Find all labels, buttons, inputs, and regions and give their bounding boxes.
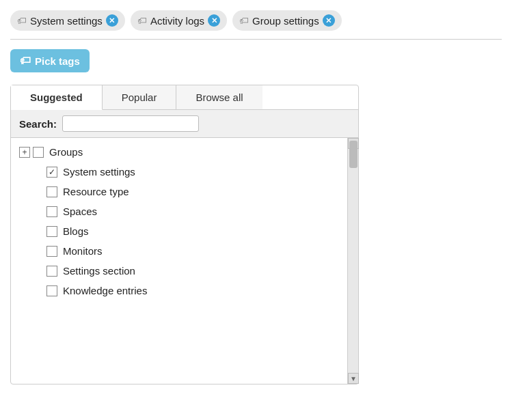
- tag-label: System settings: [30, 15, 103, 27]
- search-label: Search:: [19, 118, 57, 130]
- checkbox-knowledge-entries[interactable]: [46, 285, 57, 296]
- list-item-label-monitors: Monitors: [63, 245, 103, 257]
- tags-row: 🏷 System settings ✕ 🏷 Activity logs ✕ 🏷 …: [10, 10, 502, 31]
- checkbox-spaces[interactable]: [46, 206, 57, 217]
- list-item-label-blogs: Blogs: [63, 225, 89, 237]
- list-item-groups[interactable]: +Groups: [11, 142, 347, 162]
- expand-btn-groups[interactable]: +: [19, 147, 30, 158]
- tag-label: Group settings: [252, 15, 319, 27]
- checkbox-settings-section[interactable]: [46, 266, 57, 277]
- search-input[interactable]: [62, 115, 199, 132]
- list-item-settings-section[interactable]: Settings section: [25, 261, 347, 281]
- checkbox-monitors[interactable]: [46, 246, 57, 257]
- tag-chip-system-settings: 🏷 System settings ✕: [10, 10, 125, 31]
- tag-label: Activity logs: [150, 15, 204, 27]
- search-row: Search:: [11, 110, 358, 138]
- tag-close-activity-logs[interactable]: ✕: [208, 14, 220, 27]
- tag-icon: 🏷: [20, 55, 31, 67]
- tag-icon: 🏷: [17, 15, 27, 26]
- scrollbar-thumb[interactable]: [349, 141, 358, 168]
- list-item-label-groups: Groups: [49, 146, 83, 158]
- list-item-spaces[interactable]: Spaces: [25, 201, 347, 221]
- list-item-monitors[interactable]: Monitors: [25, 241, 347, 261]
- divider: [10, 39, 502, 40]
- tag-close-group-settings[interactable]: ✕: [323, 14, 335, 27]
- list-item-label-system-settings: System settings: [63, 166, 135, 178]
- pick-tags-button[interactable]: 🏷 Pick tags: [10, 49, 90, 72]
- checkbox-groups[interactable]: [33, 147, 44, 158]
- list-item-blogs[interactable]: Blogs: [25, 221, 347, 241]
- list-item-resource-type[interactable]: Resource type: [25, 182, 347, 201]
- list-inner: +Groups✓System settingsResource typeSpac…: [11, 138, 347, 384]
- tab-suggested[interactable]: Suggested: [11, 85, 103, 110]
- tab-popular[interactable]: Popular: [103, 85, 177, 109]
- tag-chip-group-settings: 🏷 Group settings ✕: [232, 10, 342, 31]
- list-item-label-spaces: Spaces: [63, 206, 97, 217]
- tag-close-system-settings[interactable]: ✕: [106, 14, 118, 27]
- checkbox-system-settings[interactable]: ✓: [46, 167, 57, 178]
- scrollbar-track[interactable]: ▲ ▼: [347, 138, 358, 384]
- list-item-label-knowledge-entries: Knowledge entries: [63, 285, 147, 296]
- list-item-system-settings[interactable]: ✓System settings: [25, 162, 347, 182]
- tag-icon: 🏷: [137, 15, 147, 26]
- list-item-label-settings-section: Settings section: [63, 265, 135, 277]
- scroll-down-arrow[interactable]: ▼: [348, 373, 359, 384]
- list-container: +Groups✓System settingsResource typeSpac…: [11, 138, 358, 384]
- tag-picker-panel: SuggestedPopularBrowse all Search: +Grou…: [10, 85, 359, 384]
- pick-tags-label: Pick tags: [35, 55, 80, 67]
- tabs-row: SuggestedPopularBrowse all: [11, 85, 358, 110]
- checkbox-resource-type[interactable]: [46, 186, 57, 197]
- tab-browse-all[interactable]: Browse all: [176, 85, 262, 109]
- tag-icon: 🏷: [239, 15, 249, 26]
- checkbox-blogs[interactable]: [46, 226, 57, 237]
- list-item-knowledge-entries[interactable]: Knowledge entries: [25, 281, 347, 300]
- tag-chip-activity-logs: 🏷 Activity logs ✕: [131, 10, 227, 31]
- list-item-label-resource-type: Resource type: [63, 186, 129, 197]
